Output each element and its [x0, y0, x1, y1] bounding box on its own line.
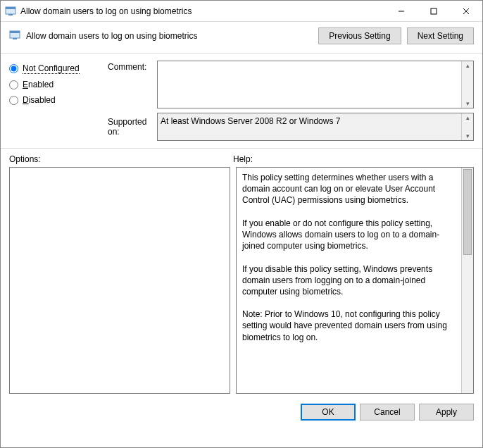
radio-not-configured-input[interactable]: [9, 64, 18, 73]
radio-not-configured[interactable]: Not Configured: [9, 61, 108, 77]
radio-enabled-input[interactable]: [9, 80, 18, 89]
help-label: Help:: [233, 154, 253, 164]
comment-scrollbar[interactable]: ▴ ▾: [461, 61, 473, 108]
radio-disabled[interactable]: Disabled: [9, 92, 108, 108]
title-bar: Allow domain users to log on using biome…: [1, 1, 482, 22]
comment-field[interactable]: ▴ ▾: [157, 61, 474, 108]
svg-rect-4: [431, 8, 437, 14]
dialog-footer: OK Cancel Apply: [1, 399, 482, 428]
supported-row: Supported on: At least Windows Server 20…: [1, 111, 482, 149]
help-text: This policy setting determines whether u…: [237, 168, 461, 393]
comment-label: Comment:: [108, 61, 157, 72]
minimize-button[interactable]: [385, 1, 418, 22]
config-area: Not Configured Enabled Disabled Comment:…: [1, 54, 482, 111]
state-radio-group: Not Configured Enabled Disabled: [9, 61, 108, 108]
previous-setting-button[interactable]: Previous Setting: [318, 27, 401, 44]
comment-textarea[interactable]: [158, 61, 461, 108]
svg-rect-9: [13, 38, 17, 39]
supported-label: Supported on:: [108, 113, 157, 141]
radio-label: Enabled: [23, 80, 54, 89]
panels-header: Options: Help:: [1, 149, 482, 167]
panels: This policy setting determines whether u…: [1, 167, 482, 399]
supported-scrollbar[interactable]: ▴ ▾: [461, 113, 473, 140]
radio-enabled[interactable]: Enabled: [9, 77, 108, 92]
ok-button[interactable]: OK: [301, 404, 356, 421]
radio-disabled-input[interactable]: [9, 96, 18, 105]
close-button[interactable]: [450, 1, 482, 22]
policy-header: Allow domain users to log on using biome…: [1, 22, 482, 54]
help-scrollbar[interactable]: [461, 168, 473, 393]
cancel-button[interactable]: Cancel: [360, 404, 415, 421]
svg-rect-1: [6, 7, 15, 9]
scroll-up-icon[interactable]: ▴: [462, 61, 473, 70]
next-setting-button[interactable]: Next Setting: [407, 27, 474, 44]
policy-icon: [9, 30, 20, 43]
help-panel: This policy setting determines whether u…: [236, 167, 474, 394]
svg-rect-2: [8, 14, 13, 15]
options-panel: [9, 167, 230, 394]
scroll-down-icon[interactable]: ▾: [462, 99, 473, 108]
svg-rect-8: [10, 31, 20, 33]
options-label: Options:: [9, 154, 233, 164]
supported-on-field: At least Windows Server 2008 R2 or Windo…: [157, 113, 474, 141]
radio-label: Not Configured: [23, 63, 80, 74]
scroll-up-icon[interactable]: ▴: [462, 113, 473, 122]
app-icon: [5, 6, 16, 17]
policy-title: Allow domain users to log on using biome…: [26, 31, 313, 41]
apply-button[interactable]: Apply: [419, 404, 474, 421]
supported-on-text: At least Windows Server 2008 R2 or Windo…: [158, 113, 461, 140]
scroll-down-icon[interactable]: ▾: [462, 132, 473, 140]
radio-label: Disabled: [23, 95, 56, 105]
window-title: Allow domain users to log on using biome…: [20, 6, 385, 16]
maximize-button[interactable]: [418, 1, 450, 22]
